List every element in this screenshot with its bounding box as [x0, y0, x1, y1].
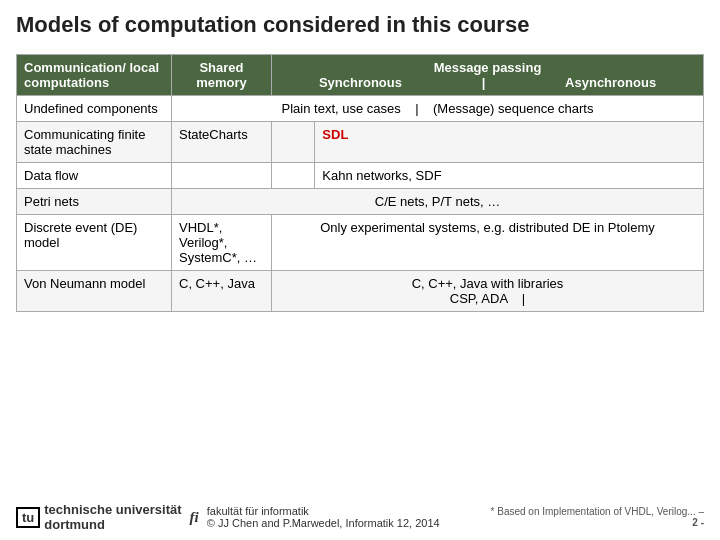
row-von-neumann: Von Neumann model C, C++, Java C, C++, J…	[17, 271, 704, 312]
cell-c-java: C, C++, Java	[172, 271, 272, 312]
cell-petri: Petri nets	[17, 189, 172, 215]
page-title: Models of computation considered in this…	[16, 12, 704, 42]
cell-undefined-detail: Plain text, use cases | (Message) sequen…	[172, 96, 704, 122]
cell-df-shared	[172, 163, 272, 189]
university-info: technische universität dortmund	[44, 502, 181, 532]
row-petri-nets: Petri nets C/E nets, P/T nets, …	[17, 189, 704, 215]
cell-de-detail: Only experimental systems, e.g. distribu…	[272, 215, 704, 271]
computation-table: Communication/ local computations Shared…	[16, 54, 704, 312]
cell-data-flow: Data flow	[17, 163, 172, 189]
header-shared-memory: Shared memory	[172, 55, 272, 96]
cell-vn-detail: C, C++, Java with librariesCSP, ADA |	[272, 271, 704, 312]
cell-undefined: Undefined components	[17, 96, 172, 122]
tu-logo: tu technische universität dortmund	[16, 502, 182, 532]
footer-right: * Based on Implementation of VHDL, Veril…	[491, 506, 704, 528]
fi-logo: fi	[190, 509, 199, 526]
tu-box: tu	[16, 507, 40, 528]
footer: tu technische universität dortmund fi fa…	[16, 496, 704, 532]
cell-sdl: SDL	[315, 122, 704, 163]
cell-statecharts: StateCharts	[172, 122, 272, 163]
header-message-passing: Message passing Synchronous | Asynchrono…	[272, 55, 704, 96]
cell-kahn: Kahn networks, SDF	[315, 163, 704, 189]
cell-von-neumann: Von Neumann model	[17, 271, 172, 312]
row-data-flow: Data flow Kahn networks, SDF	[17, 163, 704, 189]
row-undefined-components: Undefined components Plain text, use cas…	[17, 96, 704, 122]
cell-comm-sync	[272, 122, 315, 163]
row-comm-fsm: Communicating finite state machines Stat…	[17, 122, 704, 163]
cell-df-sync	[272, 163, 315, 189]
row-discrete-event: Discrete event (DE) model VHDL*,Verilog*…	[17, 215, 704, 271]
header-comm-local: Communication/ local computations	[17, 55, 172, 96]
footer-middle: fakultät für informatik © JJ Chen and P.…	[207, 505, 483, 529]
cell-petri-detail: C/E nets, P/T nets, …	[172, 189, 704, 215]
cell-vhdl: VHDL*,Verilog*,SystemC*, …	[172, 215, 272, 271]
cell-comm-fsm: Communicating finite state machines	[17, 122, 172, 163]
page-container: Models of computation considered in this…	[0, 0, 720, 540]
cell-de-model: Discrete event (DE) model	[17, 215, 172, 271]
